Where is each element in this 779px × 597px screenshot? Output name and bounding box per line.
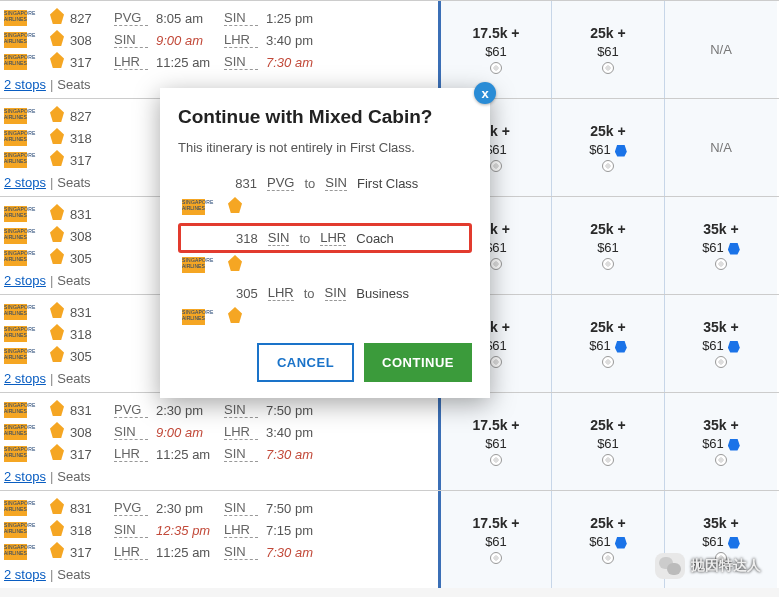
close-icon[interactable]: x bbox=[474, 82, 496, 104]
modal-title: Continue with Mixed Cabin? bbox=[178, 106, 472, 128]
modal-airline-row bbox=[178, 257, 472, 273]
modal-airline-row bbox=[178, 199, 472, 215]
wechat-icon bbox=[655, 553, 685, 579]
to-label: to bbox=[304, 286, 315, 301]
cancel-button[interactable]: CANCEL bbox=[257, 343, 354, 382]
airline-logo bbox=[182, 257, 240, 273]
airline-logo bbox=[182, 199, 240, 215]
to-label: to bbox=[299, 231, 310, 246]
cabin-class: First Class bbox=[357, 176, 421, 191]
to-label: to bbox=[304, 176, 315, 191]
destination-code: SIN bbox=[325, 285, 347, 301]
wechat-watermark: 抛因特达人 bbox=[655, 553, 761, 579]
cabin-class: Coach bbox=[356, 231, 420, 246]
origin-code: LHR bbox=[268, 285, 294, 301]
modal-segment: 831PVGtoSINFirst Class bbox=[178, 171, 472, 195]
modal-segment: 305LHRtoSINBusiness bbox=[178, 281, 472, 305]
origin-code: PVG bbox=[267, 175, 294, 191]
modal-airline-row bbox=[178, 309, 472, 325]
flight-number: 318 bbox=[230, 231, 258, 246]
destination-code: SIN bbox=[325, 175, 347, 191]
airline-logo bbox=[182, 309, 240, 325]
modal-segment: 318SINtoLHRCoach bbox=[178, 223, 472, 253]
destination-code: LHR bbox=[320, 230, 346, 246]
origin-code: SIN bbox=[268, 230, 290, 246]
continue-button[interactable]: CONTINUE bbox=[364, 343, 472, 382]
mixed-cabin-modal: x Continue with Mixed Cabin? This itiner… bbox=[160, 88, 490, 398]
modal-actions: CANCEL CONTINUE bbox=[178, 343, 472, 382]
wechat-label: 抛因特达人 bbox=[691, 557, 761, 575]
flight-number: 831 bbox=[229, 176, 257, 191]
flight-number: 305 bbox=[230, 286, 258, 301]
modal-subtitle: This itinerary is not entirely in First … bbox=[178, 140, 472, 155]
cabin-class: Business bbox=[356, 286, 420, 301]
